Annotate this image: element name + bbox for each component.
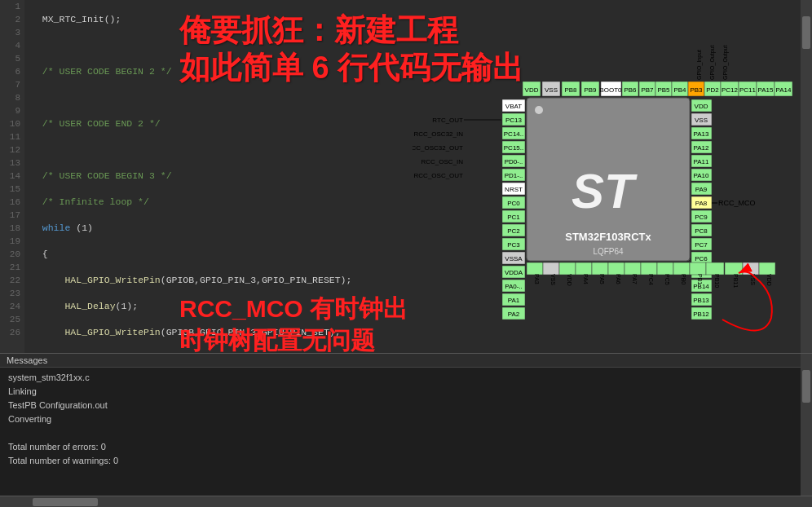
- right-pin-pb12-label: PB12: [693, 311, 709, 318]
- right-pin-pa12-label: PA12: [694, 144, 710, 152]
- messages-scrollbar-thumb[interactable]: [802, 370, 810, 403]
- rcc-osc-out-label: RCC_OSC_OUT: [414, 172, 464, 179]
- message-line: [8, 426, 792, 440]
- left-pin-pc1-label: PC1: [507, 214, 520, 221]
- bottom-scrollbar-thumb[interactable]: [33, 498, 98, 506]
- bot-pin-pb0-label: PB0: [681, 274, 686, 284]
- rcc-osc32-out-label: RCC_OSC32_OUT: [413, 144, 463, 152]
- chip-name: STM32F103RCTx: [565, 231, 651, 243]
- chip-package: LQFP64: [593, 247, 624, 256]
- top-pin-pa15-label: PA15: [758, 86, 774, 94]
- message-line: system_stm32f1xx.c: [8, 371, 792, 385]
- bot-pin-pc4: [641, 262, 657, 275]
- bot-pin-pb10: [706, 262, 724, 275]
- bot-pin-pc5: [657, 262, 673, 275]
- right-pin-pc6-label: PC6: [695, 255, 708, 262]
- bot-pin-pb10-label: PB10: [714, 274, 720, 288]
- bot-pin-pa3-label: PA3: [534, 274, 540, 284]
- message-line: TestPB Configuration.out: [8, 399, 792, 412]
- right-pin-vdd-label: VDD: [695, 103, 708, 110]
- left-pin-pc2-label: PC2: [507, 227, 520, 235]
- rcc-osc-in-label: RCC_OSC_IN: [421, 158, 463, 165]
- left-pin-pa1-label: PA1: [508, 297, 520, 304]
- left-pin-pc15-label: PC15..: [504, 144, 523, 152]
- bot-pin-pa7-label: PA7: [632, 274, 638, 284]
- top-pin-pb9-label: PB9: [584, 86, 597, 94]
- right-pin-pc8-label: PC8: [695, 227, 708, 235]
- top-pin-pb8-label: PB8: [564, 86, 577, 94]
- right-pin-pa9-label: PA9: [695, 186, 708, 193]
- message-line: Converting: [8, 412, 792, 426]
- top-pin-pc11-label: PC11: [739, 86, 757, 94]
- right-pin-pc9-label: PC9: [695, 214, 708, 221]
- left-pin-nrst-label: NRST: [505, 186, 523, 193]
- top-pin-pb5-label: PB5: [657, 86, 670, 94]
- right-pin-pc7-label: PC7: [695, 241, 708, 249]
- right-pin-pa10-label: PA10: [694, 172, 710, 179]
- top-pin-pa14-label: PA14: [776, 86, 792, 94]
- bot-pin-pb0: [673, 262, 690, 275]
- rcc-osc32-in-label: RCC_OSC32_IN: [414, 130, 464, 138]
- left-pin-pa2-label: PA2: [508, 311, 520, 318]
- bot-pin-pa5: [592, 262, 608, 275]
- messages-header: Messages: [0, 354, 801, 368]
- gpio-output-label1: GPIO_Output: [709, 46, 716, 80]
- bot-pin-pa4-label: PA4: [583, 274, 589, 284]
- messages-scrollbar[interactable]: [801, 354, 812, 496]
- top-pin-boot0-label: BOOT0: [599, 86, 622, 94]
- rcc-mco-label: RCC_MCO: [718, 199, 756, 207]
- message-warnings: Total number of warnings: 0: [8, 454, 792, 468]
- left-pin-pc3-label: PC3: [507, 241, 520, 249]
- bot-pin-vss1: [543, 262, 559, 275]
- left-pin-vdda-label: VDDA: [505, 269, 523, 276]
- right-pin-pb13-label: PB13: [693, 297, 709, 304]
- bot-pin-vdd2: [759, 262, 775, 275]
- st-logo: ST: [571, 164, 638, 218]
- top-pin-vss-label: VSS: [545, 86, 558, 94]
- right-pin-pa13-label: PA13: [694, 130, 710, 138]
- rcc-mco-arrow: [722, 271, 772, 330]
- bot-pin-vdd2-label: VDD: [766, 274, 772, 286]
- top-pin-pb3-label: PB3: [690, 86, 703, 94]
- left-pin-pc14-label: PC14..: [504, 130, 523, 138]
- gpio-output-label2: GPIO_Output: [722, 46, 729, 80]
- left-pin-pd0-label: PD0-..: [505, 158, 523, 165]
- bot-pin-pb1: [690, 262, 706, 275]
- left-pin-pc0-label: PC0: [507, 200, 520, 207]
- bot-pin-pb11-label: PB11: [733, 274, 739, 288]
- top-pin-vdd-label: VDD: [525, 86, 539, 94]
- ic-diagram: .pin-label { font-family: Arial, sans-se…: [413, 0, 812, 350]
- top-pin-pb6-label: PB6: [624, 86, 637, 94]
- bottom-scrollbar[interactable]: [0, 496, 812, 507]
- bot-pin-pa6: [608, 262, 624, 275]
- messages-content: system_stm32f1xx.c Linking TestPB Config…: [0, 368, 801, 471]
- left-pin-vssa-label: VSSA: [505, 255, 523, 262]
- bot-pin-pa4: [576, 262, 592, 275]
- messages-left: Messages system_stm32f1xx.c Linking Test…: [0, 354, 801, 496]
- right-pin-pa11-label: PA11: [694, 158, 710, 165]
- top-pin-pb4-label: PB4: [673, 86, 686, 94]
- line-numbers: 12345 678910 1112131415 1617181920 21222…: [0, 0, 24, 353]
- bot-pin-pa6-label: PA6: [616, 274, 621, 284]
- top-pin-pb7-label: PB7: [641, 86, 654, 94]
- pin1-circle: [535, 106, 543, 114]
- rtc-out-label: RTC_OUT: [432, 117, 463, 124]
- bot-pin-vdd1: [559, 262, 576, 275]
- bot-pin-pa5-label: PA5: [599, 274, 605, 284]
- left-pin-pc13-label: PC13: [505, 117, 523, 124]
- right-pin-vss-label: VSS: [695, 117, 708, 124]
- message-errors: Total number of errors: 0: [8, 440, 792, 454]
- code-line: HAL_Delay(1);: [31, 352, 801, 353]
- bot-pin-vss1-label: VSS: [550, 274, 556, 285]
- bot-pin-vdd1-label: VDD: [567, 274, 572, 286]
- bot-pin-pa7: [624, 262, 641, 275]
- gpio-input-label: GPIO_Input: [696, 50, 703, 80]
- right-pin-pa8-label: PA8: [695, 200, 708, 207]
- bot-pin-pb1-label: PB1: [697, 274, 703, 284]
- bot-pin-vss2: [743, 262, 759, 275]
- bot-pin-pa3: [527, 262, 543, 275]
- top-pin-pc12-label: PC12: [722, 86, 739, 94]
- bot-pin-pc4-label: PC4: [648, 274, 654, 285]
- messages-panel: Messages system_stm32f1xx.c Linking Test…: [0, 353, 812, 496]
- message-line: Linking: [8, 385, 792, 399]
